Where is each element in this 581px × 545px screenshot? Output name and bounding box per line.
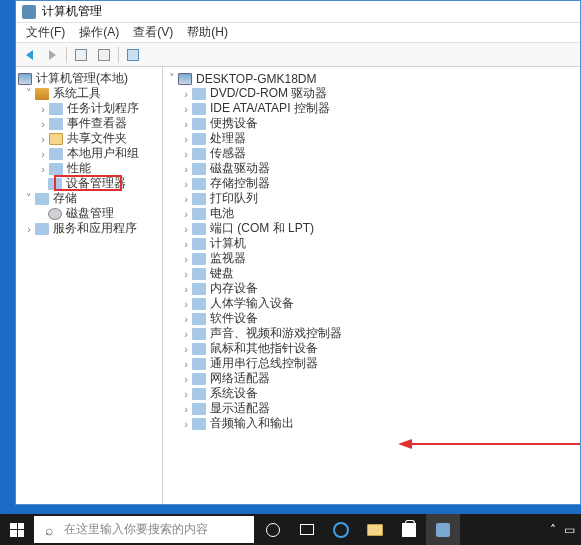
nav-forward-button[interactable] xyxy=(41,45,63,65)
tree-system-tools[interactable]: ˅系统工具 xyxy=(16,86,162,101)
expand-icon[interactable]: › xyxy=(181,193,191,205)
expand-icon[interactable]: › xyxy=(181,88,191,100)
device-category[interactable]: ›显示适配器 xyxy=(163,401,580,416)
tree-event-viewer[interactable]: ›事件查看器 xyxy=(16,116,162,131)
tree-disk-mgmt[interactable]: 磁盘管理 xyxy=(16,206,162,221)
tree-root[interactable]: 计算机管理(本地) xyxy=(16,71,162,86)
expand-icon[interactable]: › xyxy=(181,298,191,310)
expand-icon[interactable]: › xyxy=(181,133,191,145)
menu-file[interactable]: 文件(F) xyxy=(20,22,71,43)
arrow-left-icon xyxy=(26,50,33,60)
device-category[interactable]: ›DVD/CD-ROM 驱动器 xyxy=(163,86,580,101)
toolbar-btn-3[interactable] xyxy=(122,45,144,65)
tray-chevron-icon[interactable]: ˄ xyxy=(550,523,556,537)
expand-icon[interactable]: › xyxy=(181,178,191,190)
taskbar[interactable]: ⌕ 在这里输入你要搜索的内容 ˄ ▭ xyxy=(0,514,581,545)
tree-task-scheduler[interactable]: ›任务计划程序 xyxy=(16,101,162,116)
device-category[interactable]: ›磁盘驱动器 xyxy=(163,161,580,176)
menu-view[interactable]: 查看(V) xyxy=(127,22,179,43)
device-category[interactable]: ›存储控制器 xyxy=(163,176,580,191)
expand-icon[interactable]: › xyxy=(181,163,191,175)
tree-storage[interactable]: ˅存储 xyxy=(16,191,162,206)
taskbar-app-1[interactable] xyxy=(290,514,324,545)
expand-icon[interactable]: › xyxy=(38,103,48,115)
device-category[interactable]: ›鼠标和其他指针设备 xyxy=(163,341,580,356)
device-icon xyxy=(192,403,206,415)
device-category[interactable]: ›键盘 xyxy=(163,266,580,281)
device-category[interactable]: ›通用串行总线控制器 xyxy=(163,356,580,371)
task-view-button[interactable] xyxy=(256,514,290,545)
expand-icon[interactable]: › xyxy=(181,223,191,235)
device-category[interactable]: ›IDE ATA/ATAPI 控制器 xyxy=(163,101,580,116)
right-tree-pane[interactable]: ˅DESKTOP-GMK18DM ›DVD/CD-ROM 驱动器›IDE ATA… xyxy=(163,67,580,504)
device-category[interactable]: ›监视器 xyxy=(163,251,580,266)
device-category[interactable]: ›人体学输入设备 xyxy=(163,296,580,311)
collapse-icon[interactable]: ˅ xyxy=(24,87,34,100)
device-category[interactable]: ›电池 xyxy=(163,206,580,221)
collapse-icon[interactable]: ˅ xyxy=(167,72,177,85)
device-category[interactable]: ›处理器 xyxy=(163,131,580,146)
expand-icon[interactable]: › xyxy=(38,133,48,145)
device-category[interactable]: ›软件设备 xyxy=(163,311,580,326)
expand-icon[interactable]: › xyxy=(181,403,191,415)
device-category[interactable]: ›网络适配器 xyxy=(163,371,580,386)
menu-action[interactable]: 操作(A) xyxy=(73,22,125,43)
device-icon xyxy=(192,358,206,370)
device-icon xyxy=(192,268,206,280)
collapse-icon[interactable]: ˅ xyxy=(24,192,34,205)
device-category[interactable]: ›音频输入和输出 xyxy=(163,416,580,431)
menu-help[interactable]: 帮助(H) xyxy=(181,22,234,43)
expand-icon[interactable]: › xyxy=(181,118,191,130)
device-category[interactable]: ›内存设备 xyxy=(163,281,580,296)
expand-icon[interactable]: › xyxy=(38,163,48,175)
nav-back-button[interactable] xyxy=(18,45,40,65)
device-category[interactable]: ›声音、视频和游戏控制器 xyxy=(163,326,580,341)
device-category[interactable]: ›传感器 xyxy=(163,146,580,161)
expand-icon[interactable]: › xyxy=(181,208,191,220)
left-tree-pane[interactable]: 计算机管理(本地) ˅系统工具 ›任务计划程序 ›事件查看器 ›共享文件夹 ›本… xyxy=(16,67,163,504)
expand-icon[interactable]: › xyxy=(38,118,48,130)
tree-performance[interactable]: ›性能 xyxy=(16,161,162,176)
device-icon xyxy=(192,253,206,265)
expand-icon[interactable]: › xyxy=(38,148,48,160)
expand-icon[interactable]: › xyxy=(181,328,191,340)
tree-services[interactable]: ›服务和应用程序 xyxy=(16,221,162,236)
expand-icon[interactable]: › xyxy=(181,238,191,250)
system-tray[interactable]: ˄ ▭ xyxy=(544,514,581,545)
toolbar-btn-1[interactable] xyxy=(70,45,92,65)
tree-local-users[interactable]: ›本地用户和组 xyxy=(16,146,162,161)
tree-shared-folders[interactable]: ›共享文件夹 xyxy=(16,131,162,146)
expand-icon[interactable]: › xyxy=(181,253,191,265)
expand-icon[interactable]: › xyxy=(181,373,191,385)
device-category[interactable]: ›系统设备 xyxy=(163,386,580,401)
taskbar-explorer[interactable] xyxy=(358,514,392,545)
device-category[interactable]: ›计算机 xyxy=(163,236,580,251)
expand-icon[interactable]: › xyxy=(181,388,191,400)
expand-icon[interactable]: › xyxy=(181,358,191,370)
titlebar[interactable]: 计算机管理 xyxy=(16,1,580,23)
device-category[interactable]: ›端口 (COM 和 LPT) xyxy=(163,221,580,236)
taskbar-search[interactable]: ⌕ 在这里输入你要搜索的内容 xyxy=(34,516,254,543)
expand-icon[interactable]: › xyxy=(181,343,191,355)
taskbar-store[interactable] xyxy=(392,514,426,545)
expand-icon[interactable]: › xyxy=(181,103,191,115)
toolbar xyxy=(16,43,580,67)
taskbar-app-active[interactable] xyxy=(426,514,460,545)
computer-icon xyxy=(18,73,32,85)
toolbar-btn-2[interactable] xyxy=(93,45,115,65)
tree-device-manager[interactable]: 设备管理器 xyxy=(16,176,162,191)
device-host[interactable]: ˅DESKTOP-GMK18DM xyxy=(163,71,580,86)
tray-network-icon[interactable]: ▭ xyxy=(564,523,575,537)
device-category[interactable]: ›打印队列 xyxy=(163,191,580,206)
expand-icon[interactable]: › xyxy=(181,313,191,325)
device-category[interactable]: ›便携设备 xyxy=(163,116,580,131)
expand-icon[interactable]: › xyxy=(181,268,191,280)
expand-icon[interactable]: › xyxy=(181,283,191,295)
start-button[interactable] xyxy=(0,514,34,545)
svg-marker-1 xyxy=(398,439,412,449)
expand-icon[interactable]: › xyxy=(24,223,34,235)
taskbar-edge[interactable] xyxy=(324,514,358,545)
expand-icon[interactable]: › xyxy=(181,148,191,160)
expand-icon[interactable]: › xyxy=(181,418,191,430)
arrow-annotation xyxy=(398,437,580,451)
